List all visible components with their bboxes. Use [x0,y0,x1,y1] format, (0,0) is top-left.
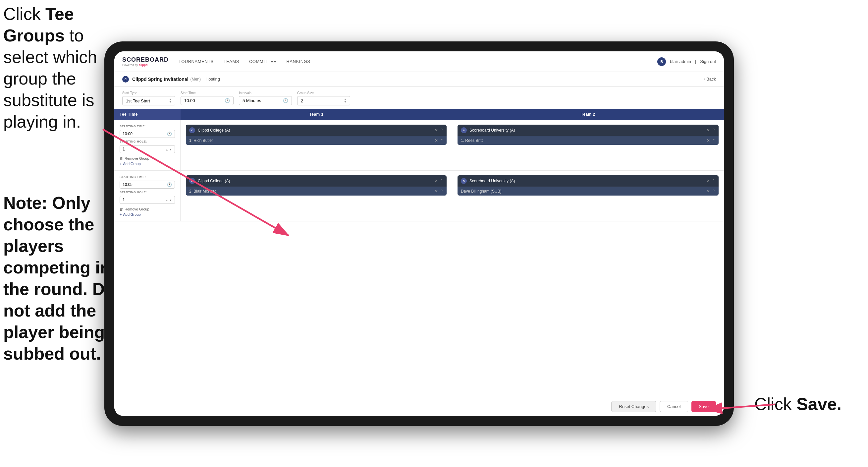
remove-group-btn-2[interactable]: 🗑 Remove Group [120,207,175,211]
player-row-1-1-0: 1. Rich Butler ✕ ⌃ [186,136,446,145]
tablet: SCOREBOARD Powered by clippd TOURNAMENTS… [104,41,734,426]
starting-time-label-1: STARTING TIME: [120,125,175,128]
team-expand-2-1[interactable]: ⌃ [712,128,715,133]
clock-icon-2: 🕐 [283,98,288,103]
instruction-text: Click Tee Groups to select which group t… [3,3,106,133]
team-expand-2-2[interactable]: ⌃ [712,179,715,183]
starting-hole-label-2: STARTING HOLE: [120,191,175,194]
intervals-input[interactable]: 5 Minutes 🕐 [239,96,292,105]
save-button[interactable]: Save [691,401,716,412]
nav-teams[interactable]: TEAMS [224,58,239,65]
player-remove-1-2-0[interactable]: ✕ [435,189,438,194]
player-remove-2-1-0[interactable]: ✕ [707,138,710,143]
nav-separator: | [695,59,696,64]
start-time-input[interactable]: 10:00 🕐 [181,96,234,105]
starting-time-input-2[interactable]: 10:05 🕐 [120,181,175,188]
add-group-btn-2[interactable]: + Add Group [120,212,175,216]
player-row-2-2-0: Dave Billingham (SUB) ✕ ⌃ [458,186,719,196]
starting-hole-input-1[interactable]: 1 ▲ ▼ [120,145,175,153]
group-row: STARTING TIME: 10:00 🕐 STARTING HOLE: 1 … [114,120,724,171]
team-expand-1-1[interactable]: ⌃ [440,128,443,133]
player-expand-2-2-0[interactable]: ⌃ [712,189,715,194]
nav-links: TOURNAMENTS TEAMS COMMITTEE RANKINGS [179,58,657,65]
groups-container: STARTING TIME: 10:00 🕐 STARTING HOLE: 1 … [114,120,724,397]
note-text: Note: Only choose the players competing … [3,192,116,364]
group-size-group: Group Size 2 ▲ ▼ [297,91,350,106]
team-card-header-2-2: S Scoreboard University (A) ✕ ⌃ [458,175,719,186]
team-name-1-2: Clippd College (A) [198,179,435,183]
team-expand-1-2[interactable]: ⌃ [440,179,443,183]
intervals-group: Intervals 5 Minutes 🕐 [239,91,292,106]
team2-header: Team 2 [452,109,724,120]
player-expand-1-1-0[interactable]: ⌃ [440,138,443,143]
click-save-text: Click Save. [754,394,841,414]
team-card-2-2: S Scoreboard University (A) ✕ ⌃ Dave Bil… [458,175,719,196]
remove-group-btn-1[interactable]: 🗑 Remove Group [120,156,175,160]
group-left-1: STARTING TIME: 10:00 🕐 STARTING HOLE: 1 … [114,120,181,170]
player-remove-2-2-0[interactable]: ✕ [707,189,710,194]
team1-header: Team 1 [181,109,452,120]
team-badge-2-2: S [461,178,467,184]
back-button[interactable]: ‹ Back [704,77,716,82]
start-type-stepper[interactable]: ▲ ▼ [169,98,172,104]
starting-time-input-1[interactable]: 10:00 🕐 [120,130,175,138]
player-expand-1-2-0[interactable]: ⌃ [440,189,443,194]
nav-right: B blair admin | Sign out [657,57,716,66]
add-group-btn-1[interactable]: + Add Group [120,162,175,166]
starting-hole-input-2[interactable]: 1 ▲ ▼ [120,196,175,204]
player-expand-2-1-0[interactable]: ⌃ [712,138,715,143]
player-actions-2-1-0: ✕ ⌃ [707,138,715,143]
player-actions-2-2-0: ✕ ⌃ [707,189,715,194]
cancel-button[interactable]: Cancel [660,401,688,412]
save-bold: Save. [797,395,841,414]
nav-signout[interactable]: Sign out [700,59,716,64]
nav-committee[interactable]: COMMITTEE [249,58,277,65]
remove-icon-1: 🗑 [120,156,123,160]
team-actions-1-1: ✕ ⌃ [435,128,443,133]
group-row-2: STARTING TIME: 10:05 🕐 STARTING HOLE: 1 … [114,171,724,222]
start-time-group: Start Time 10:00 🕐 [181,91,234,106]
team-remove-1-2[interactable]: ✕ [435,179,438,183]
team-card-1-2: C Clippd College (A) ✕ ⌃ 2. Blair McHarg [186,175,446,196]
group-size-stepper[interactable]: ▲ ▼ [344,98,346,104]
team-name-1-1: Clippd College (A) [198,128,435,133]
nav-tournaments[interactable]: TOURNAMENTS [179,58,214,65]
team-actions-2-1: ✕ ⌃ [707,128,715,133]
reset-button[interactable]: Reset Changes [611,401,656,412]
team-remove-1-1[interactable]: ✕ [435,128,438,133]
player-remove-1-1-0[interactable]: ✕ [435,138,438,143]
navbar: SCOREBOARD Powered by clippd TOURNAMENTS… [114,51,724,72]
group-size-label: Group Size [297,91,350,95]
hole-stepper-1[interactable]: ▲ ▼ [166,147,172,151]
player-actions-1-1-0: ✕ ⌃ [435,138,443,143]
add-icon-1: + [120,162,122,166]
group-actions-1: 🗑 Remove Group + Add Group [120,156,175,166]
hosting-label: Hosting [206,77,220,82]
clock-icon-g1: 🕐 [167,132,172,136]
settings-row: Start Type 1st Tee Start ▲ ▼ Start Time … [114,87,724,109]
player-name-2-1-0: 1. Rees Britt [461,138,707,143]
hole-stepper-2[interactable]: ▲ ▼ [166,198,172,202]
note-bold: Note: Only choose the players competing … [3,193,115,363]
group-size-input[interactable]: 2 ▲ ▼ [297,96,350,106]
tablet-screen: SCOREBOARD Powered by clippd TOURNAMENTS… [114,51,724,416]
team-card-header-2-1: S Scoreboard University (A) ✕ ⌃ [458,125,719,136]
nav-avatar: B [657,57,666,66]
team-card-header-1-1: C Clippd College (A) ✕ ⌃ [186,125,446,136]
start-time-label: Start Time [181,91,234,95]
sub-header: C Clippd Spring Invitational (Men) Hosti… [114,72,724,87]
nav-user: blair admin [670,59,691,64]
group-team1-2: C Clippd College (A) ✕ ⌃ 2. Blair McHarg [181,171,452,221]
nav-rankings[interactable]: RANKINGS [286,58,310,65]
starting-hole-label-1: STARTING HOLE: [120,140,175,143]
player-name-1-2-0: 2. Blair McHarg [189,189,435,194]
team-card-2-1: S Scoreboard University (A) ✕ ⌃ 1. Rees … [458,125,719,145]
sub-header-badge: C [122,76,129,83]
start-type-input[interactable]: 1st Tee Start ▲ ▼ [122,96,175,106]
team-name-2-2: Scoreboard University (A) [469,179,707,183]
team-actions-2-2: ✕ ⌃ [707,179,715,183]
team-name-2-1: Scoreboard University (A) [469,128,707,133]
team-actions-1-2: ✕ ⌃ [435,179,443,183]
team-remove-2-1[interactable]: ✕ [707,128,710,133]
team-remove-2-2[interactable]: ✕ [707,179,710,183]
